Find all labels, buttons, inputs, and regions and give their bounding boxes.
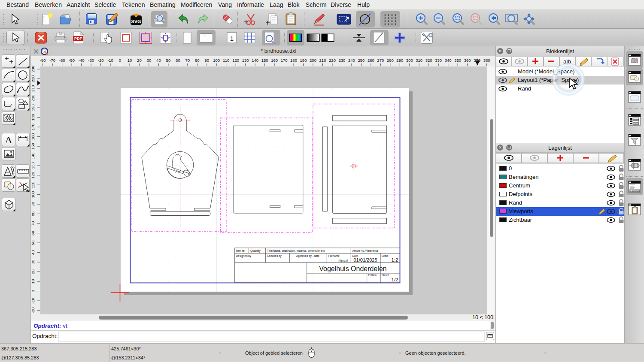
svg-text:210: 210 xyxy=(31,85,35,92)
svg-text:170: 170 xyxy=(281,58,288,63)
svg-text:210: 210 xyxy=(319,58,326,63)
svg-text:-40: -40 xyxy=(79,58,85,63)
svg-text:220: 220 xyxy=(31,75,35,82)
svg-text:50: 50 xyxy=(31,241,35,245)
svg-text:Item ref: Item ref xyxy=(236,249,246,252)
svg-text:A: A xyxy=(5,134,12,145)
svg-text:230: 230 xyxy=(338,58,345,63)
svg-text:1:2: 1:2 xyxy=(392,257,398,262)
svg-text:110: 110 xyxy=(223,58,229,63)
svg-text:240: 240 xyxy=(348,58,355,63)
svg-text:50: 50 xyxy=(166,58,171,63)
svg-text:330: 330 xyxy=(435,58,442,63)
svg-text:200: 200 xyxy=(310,58,316,63)
svg-text:220: 220 xyxy=(329,58,336,63)
svg-text:-30: -30 xyxy=(88,58,94,63)
svg-text:20: 20 xyxy=(137,58,142,63)
svg-text:Scale: Scale xyxy=(382,254,389,257)
svg-text:70: 70 xyxy=(31,221,35,226)
svg-text:0: 0 xyxy=(31,290,35,292)
svg-text:340: 340 xyxy=(445,58,452,63)
svg-text:80: 80 xyxy=(31,211,35,216)
svg-text:160: 160 xyxy=(271,58,278,63)
svg-text:260: 260 xyxy=(368,58,374,63)
svg-text:100: 100 xyxy=(31,191,35,198)
svg-text:10: 10 xyxy=(31,279,35,284)
svg-text:-80: -80 xyxy=(40,58,46,63)
svg-text:-70: -70 xyxy=(49,58,55,63)
svg-text:80: 80 xyxy=(195,58,200,63)
svg-text:150: 150 xyxy=(261,58,268,63)
svg-text:Designed by: Designed by xyxy=(236,254,252,258)
svg-text:Quantity: Quantity xyxy=(250,249,261,253)
svg-text:Checked by: Checked by xyxy=(267,254,282,258)
svg-text:60: 60 xyxy=(176,58,180,63)
svg-text:190: 190 xyxy=(31,104,35,111)
svg-text:30: 30 xyxy=(31,260,35,265)
svg-text:140: 140 xyxy=(31,153,35,160)
svg-text:300: 300 xyxy=(406,58,413,63)
svg-text:-20: -20 xyxy=(31,308,35,314)
svg-text:100: 100 xyxy=(213,58,220,63)
svg-text:40: 40 xyxy=(156,58,161,63)
svg-text:Title/Name, destination, mater: Title/Name, destination, material, dimen… xyxy=(267,249,325,252)
svg-text:1: 1 xyxy=(230,35,234,42)
svg-text:Date: Date xyxy=(352,254,358,257)
svg-text:180: 180 xyxy=(31,114,35,121)
svg-text:0: 0 xyxy=(119,58,121,63)
svg-text:350: 350 xyxy=(454,58,461,63)
svg-text:320: 320 xyxy=(425,58,432,63)
svg-text:170: 170 xyxy=(31,124,35,130)
svg-text:190: 190 xyxy=(300,58,307,63)
svg-text:250: 250 xyxy=(358,58,365,63)
svg-text:70: 70 xyxy=(185,58,190,63)
svg-text:SVG: SVG xyxy=(131,19,141,24)
svg-text:360: 360 xyxy=(464,58,471,63)
svg-text:380: 380 xyxy=(483,58,490,63)
svg-text:310: 310 xyxy=(416,58,422,63)
svg-text:60: 60 xyxy=(31,231,35,235)
svg-text:-10: -10 xyxy=(31,298,35,304)
svg-text:130: 130 xyxy=(242,58,249,63)
svg-text:290: 290 xyxy=(396,58,403,63)
svg-text:150: 150 xyxy=(31,143,35,150)
svg-text:c command: c command xyxy=(630,190,641,192)
svg-text:01/01/2025: 01/01/2025 xyxy=(353,257,377,262)
svg-text:1/2: 1/2 xyxy=(392,277,398,282)
svg-text:200: 200 xyxy=(31,95,35,102)
svg-text:90: 90 xyxy=(205,58,210,63)
svg-text:PDF: PDF xyxy=(74,36,82,41)
svg-text:10: 10 xyxy=(128,58,132,63)
svg-text:160: 160 xyxy=(31,133,35,140)
svg-text:130: 130 xyxy=(31,162,35,169)
svg-text:140: 140 xyxy=(252,58,258,63)
svg-text:230: 230 xyxy=(31,66,35,72)
svg-text:180: 180 xyxy=(290,58,297,63)
svg-text:-60: -60 xyxy=(59,58,65,63)
svg-text:90: 90 xyxy=(31,202,35,207)
svg-text:Approved by - date: Approved by - date xyxy=(296,254,319,258)
svg-text:-10: -10 xyxy=(107,58,113,63)
svg-text:Sheet: Sheet xyxy=(382,274,389,277)
svg-text:Article No./Reference: Article No./Reference xyxy=(352,249,379,252)
svg-text:20: 20 xyxy=(31,269,35,274)
svg-text:Filename: Filename xyxy=(328,254,340,257)
svg-text:file.dxf: file.dxf xyxy=(338,259,348,262)
svg-text:110: 110 xyxy=(31,182,35,188)
svg-text:Vogelhuis Onderdelen: Vogelhuis Onderdelen xyxy=(319,265,386,272)
svg-text:270: 270 xyxy=(377,58,384,63)
svg-text:120: 120 xyxy=(31,172,35,179)
svg-text:30: 30 xyxy=(147,58,152,63)
svg-text:280: 280 xyxy=(387,58,394,63)
svg-text:40: 40 xyxy=(31,250,35,255)
svg-text:120: 120 xyxy=(232,58,239,63)
svg-text:-50: -50 xyxy=(69,58,75,63)
svg-text:Edition: Edition xyxy=(368,274,377,277)
svg-text:-20: -20 xyxy=(98,58,104,63)
